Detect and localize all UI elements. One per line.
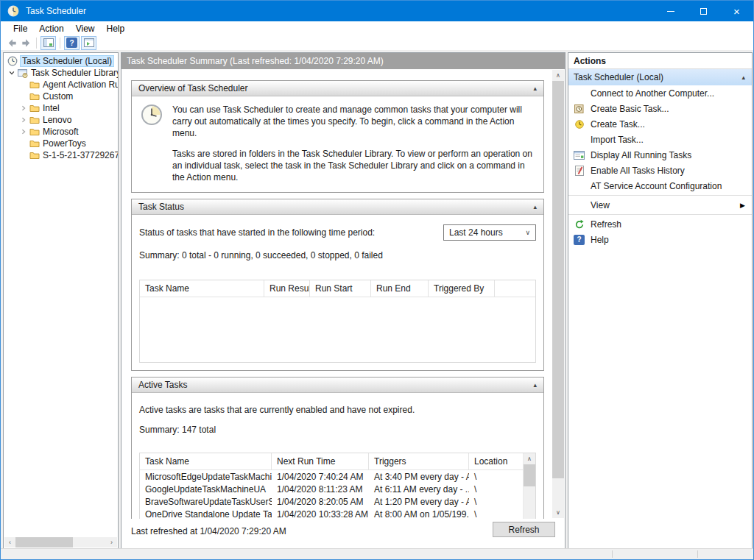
collapse-icon[interactable]: ▴	[533, 381, 537, 389]
active-tasks-section-header[interactable]: Active Tasks ▴	[132, 378, 543, 393]
task-status-body: Status of tasks that have started in the…	[132, 215, 543, 370]
chevron-right-icon[interactable]	[18, 117, 29, 123]
menu-bar: File Action View Help	[1, 21, 753, 35]
actions-group-header[interactable]: Task Scheduler (Local) ▴	[568, 69, 752, 85]
overview-section-header[interactable]: Overview of Task Scheduler ▴	[132, 81, 543, 96]
help-toolbar-button[interactable]: ?	[64, 36, 80, 50]
folder-icon	[29, 104, 40, 113]
scrollbar-thumb[interactable]	[552, 81, 564, 478]
tree-item-label: Agent Activation Runt	[43, 79, 118, 90]
menu-help[interactable]: Help	[101, 21, 131, 35]
chevron-right-icon[interactable]	[18, 105, 29, 111]
back-button[interactable]	[7, 38, 18, 49]
minimize-button[interactable]	[654, 1, 687, 21]
table-row[interactable]: GoogleUpdateTaskMachineUA 1/04/2020 8:11…	[140, 483, 523, 495]
action-help[interactable]: ? Help	[568, 232, 752, 247]
column-header[interactable]: Triggered By	[429, 280, 495, 297]
scroll-left-icon[interactable]: ‹	[4, 537, 15, 547]
table-row[interactable]: MicrosoftEdgeUpdateTaskMachine... 1/04/2…	[140, 470, 523, 483]
folder-icon	[29, 151, 40, 160]
tree-item-folder[interactable]: PowerToys	[4, 138, 118, 149]
scroll-up-icon[interactable]: ∧	[552, 70, 564, 81]
action-enable-all-tasks-history[interactable]: Enable All Tasks History	[568, 163, 752, 178]
collapse-icon[interactable]: ▴	[533, 85, 537, 92]
table-row[interactable]: OneDrive Standalone Update Task-... 1/04…	[140, 508, 523, 519]
actions-separator	[568, 195, 752, 196]
action-import-task[interactable]: Import Task...	[568, 132, 752, 147]
window-title: Task Scheduler	[26, 6, 86, 16]
status-bar	[1, 548, 753, 559]
refresh-button[interactable]: Refresh	[493, 522, 555, 537]
task-status-section: Task Status ▴ Status of tasks that have …	[131, 199, 544, 371]
scrollbar-thumb[interactable]	[15, 537, 73, 547]
tree-item-label: PowerToys	[43, 138, 86, 149]
forward-button[interactable]	[21, 38, 32, 49]
console-tree-panel: Task Scheduler (Local) Task Scheduler Li…	[3, 52, 119, 549]
tree-item-label: Intel	[43, 103, 60, 113]
task-status-table: Task Name Run Result Run Start Run End T…	[139, 280, 536, 363]
column-header[interactable]: Run End	[371, 280, 429, 297]
chevron-right-icon[interactable]	[18, 129, 29, 135]
column-header[interactable]: Location	[469, 453, 523, 469]
action-create-basic-task[interactable]: Create Basic Task...	[568, 101, 752, 116]
collapse-icon[interactable]: ▴	[533, 203, 537, 210]
menu-file[interactable]: File	[7, 21, 33, 35]
column-header[interactable]: Run Start	[310, 280, 371, 297]
tree-item-folder[interactable]: Custom	[4, 91, 118, 102]
tree-horizontal-scrollbar[interactable]: ‹ ›	[4, 537, 117, 547]
action-refresh[interactable]: Refresh	[568, 216, 752, 232]
table-row[interactable]: BraveSoftwareUpdateTaskUserS-1-... 1/04/…	[140, 495, 523, 508]
task-status-section-header[interactable]: Task Status ▴	[132, 199, 543, 215]
scroll-right-icon[interactable]: ›	[106, 537, 117, 547]
column-header[interactable]: Triggers	[369, 453, 469, 469]
scroll-down-icon[interactable]: ∨	[552, 507, 564, 518]
tree-item-folder[interactable]: Intel	[4, 102, 118, 114]
summary-vertical-scrollbar[interactable]: ∧ ∨	[552, 70, 564, 518]
active-tasks-table-header: Task Name Next Run Time Triggers Locatio…	[140, 453, 523, 470]
create-task-icon	[573, 119, 585, 130]
time-period-value: Last 24 hours	[449, 227, 503, 238]
action-display-all-running-tasks[interactable]: Display All Running Tasks	[568, 147, 752, 163]
help-icon: ?	[574, 235, 585, 245]
statusbar-separator	[612, 550, 613, 558]
chevron-down-icon: ∨	[525, 229, 530, 236]
action-view[interactable]: View ▶	[568, 197, 752, 213]
action-at-service-account-configuration[interactable]: AT Service Account Configuration	[568, 178, 752, 194]
column-header[interactable]: Task Name	[140, 453, 272, 469]
tree-item-label: Task Scheduler Library	[31, 68, 118, 78]
menu-view[interactable]: View	[70, 21, 101, 35]
help-icon: ?	[66, 38, 77, 48]
submenu-arrow-icon: ▶	[740, 202, 745, 209]
tree-item-folder[interactable]: Microsoft	[4, 126, 118, 138]
statusbar-separator	[697, 550, 698, 558]
collapse-icon[interactable]: ▴	[741, 74, 745, 81]
scroll-up-icon[interactable]: ∧	[524, 453, 535, 464]
tree-item-task-scheduler-library[interactable]: Task Scheduler Library	[4, 67, 118, 79]
action-create-task[interactable]: Create Task...	[568, 116, 752, 132]
tree-item-folder[interactable]: Lenovo	[4, 114, 118, 126]
tree-item-folder[interactable]: Agent Activation Runt	[4, 79, 118, 91]
close-button[interactable]: ×	[720, 1, 753, 21]
tree-item-label: Microsoft	[43, 127, 79, 137]
column-header[interactable]: Next Run Time	[272, 453, 369, 469]
title-bar: Task Scheduler ×	[1, 1, 753, 21]
folder-icon	[29, 116, 40, 124]
action-pane-icon	[84, 38, 94, 47]
scrollbar-thumb[interactable]	[524, 464, 535, 486]
running-tasks-icon	[573, 151, 585, 160]
column-header[interactable]: Run Result	[264, 280, 310, 297]
chevron-down-icon[interactable]	[7, 70, 17, 76]
action-connect-to-another-computer[interactable]: Connect to Another Computer...	[568, 85, 752, 101]
active-tasks-summary: Summary: 147 total	[139, 425, 536, 435]
tree-item-folder[interactable]: S-1-5-21-3772926790-	[4, 149, 118, 161]
maximize-button[interactable]	[687, 1, 720, 21]
summary-content: Overview of Task Scheduler ▴ You can use…	[121, 69, 552, 519]
tree-item-task-scheduler-local[interactable]: Task Scheduler (Local)	[4, 55, 118, 67]
actions-separator	[568, 214, 752, 215]
menu-action[interactable]: Action	[33, 21, 69, 35]
active-tasks-vertical-scrollbar[interactable]: ∧ ∨	[523, 453, 535, 519]
show-action-pane-button[interactable]	[81, 36, 96, 50]
column-header[interactable]: Task Name	[140, 280, 264, 297]
show-console-tree-button[interactable]	[40, 36, 56, 50]
time-period-dropdown[interactable]: Last 24 hours ∨	[443, 224, 536, 241]
